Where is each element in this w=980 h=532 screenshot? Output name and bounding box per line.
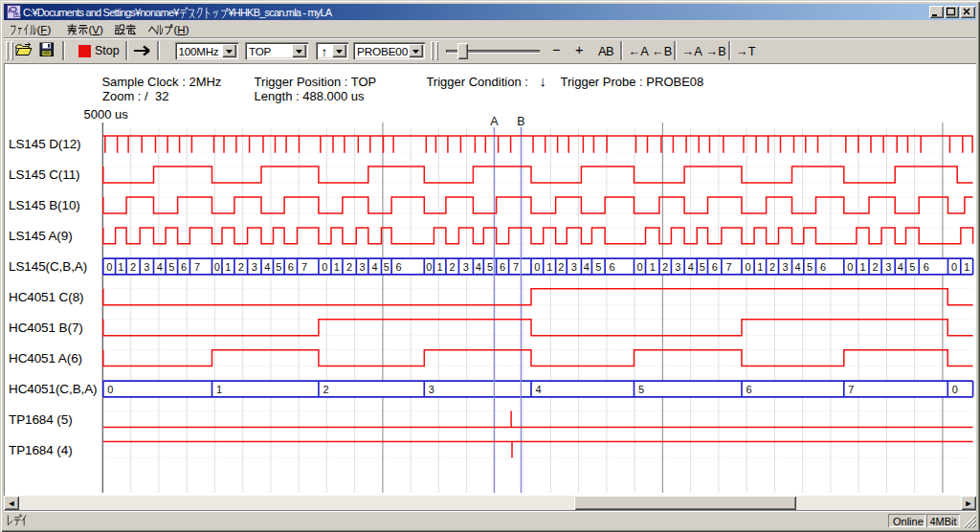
svg-text:6: 6 (820, 261, 826, 273)
svg-text:5: 5 (168, 261, 174, 273)
svg-text:4: 4 (372, 261, 378, 273)
svg-text:0: 0 (745, 261, 750, 273)
svg-text:2: 2 (769, 261, 775, 273)
svg-text:1: 1 (964, 261, 969, 273)
svg-text:2: 2 (662, 261, 668, 273)
svg-text:7: 7 (848, 384, 854, 395)
svg-text:0: 0 (847, 261, 853, 273)
svg-text:2: 2 (130, 261, 136, 273)
svg-text:1: 1 (216, 384, 222, 395)
svg-text:5: 5 (276, 261, 281, 273)
svg-text:5: 5 (807, 261, 813, 273)
svg-text:B: B (517, 115, 524, 128)
svg-text:0: 0 (534, 261, 540, 273)
svg-text:3: 3 (252, 261, 257, 273)
svg-text:5: 5 (909, 261, 915, 273)
svg-text:5: 5 (595, 261, 601, 273)
svg-text:7: 7 (725, 261, 731, 273)
svg-text:0: 0 (322, 261, 327, 273)
svg-text:4: 4 (536, 384, 542, 395)
svg-text:0: 0 (214, 261, 220, 273)
svg-text:4: 4 (795, 261, 801, 273)
svg-text:3: 3 (429, 384, 434, 395)
svg-text:4: 4 (898, 261, 903, 273)
svg-text:3: 3 (675, 261, 680, 273)
svg-text:0: 0 (107, 384, 113, 395)
svg-text:5: 5 (487, 261, 493, 273)
svg-text:5: 5 (700, 261, 705, 273)
svg-text:2: 2 (346, 261, 352, 273)
svg-text:6: 6 (746, 384, 752, 395)
svg-text:6: 6 (924, 261, 929, 273)
svg-text:1: 1 (225, 261, 231, 273)
svg-text:6: 6 (181, 261, 187, 273)
svg-text:1: 1 (859, 261, 865, 273)
svg-text:0: 0 (636, 261, 642, 273)
svg-text:A: A (490, 115, 499, 128)
svg-text:4: 4 (157, 261, 163, 273)
svg-text:4: 4 (688, 261, 694, 273)
svg-text:6: 6 (610, 261, 615, 273)
svg-text:6: 6 (396, 261, 402, 273)
svg-text:7: 7 (513, 261, 519, 273)
svg-text:6: 6 (712, 261, 718, 273)
svg-text:5: 5 (638, 384, 644, 395)
svg-text:2: 2 (323, 384, 328, 395)
svg-text:4: 4 (264, 261, 270, 273)
svg-text:2: 2 (872, 261, 878, 273)
svg-text:3: 3 (463, 261, 469, 273)
svg-text:3: 3 (144, 261, 149, 273)
svg-text:6: 6 (500, 261, 505, 273)
svg-text:1: 1 (546, 261, 552, 273)
svg-text:5: 5 (384, 261, 390, 273)
svg-text:1: 1 (118, 261, 123, 273)
svg-text:4: 4 (476, 261, 481, 273)
svg-text:0: 0 (952, 384, 958, 395)
svg-text:0: 0 (426, 261, 432, 273)
svg-text:1: 1 (650, 261, 656, 273)
svg-text:3: 3 (782, 261, 788, 273)
svg-text:6: 6 (288, 261, 294, 273)
svg-text:0: 0 (951, 261, 957, 273)
svg-text:3: 3 (571, 261, 577, 273)
svg-text:2: 2 (450, 261, 456, 273)
svg-text:0: 0 (106, 261, 112, 273)
svg-text:7: 7 (194, 261, 200, 273)
svg-text:2: 2 (558, 261, 564, 273)
svg-text:7: 7 (301, 261, 307, 273)
svg-text:1: 1 (757, 261, 763, 273)
svg-text:2: 2 (238, 261, 244, 273)
svg-text:1: 1 (334, 261, 340, 273)
svg-text:1: 1 (437, 261, 443, 273)
svg-text:3: 3 (359, 261, 365, 273)
svg-text:4: 4 (584, 261, 590, 273)
svg-text:3: 3 (885, 261, 891, 273)
